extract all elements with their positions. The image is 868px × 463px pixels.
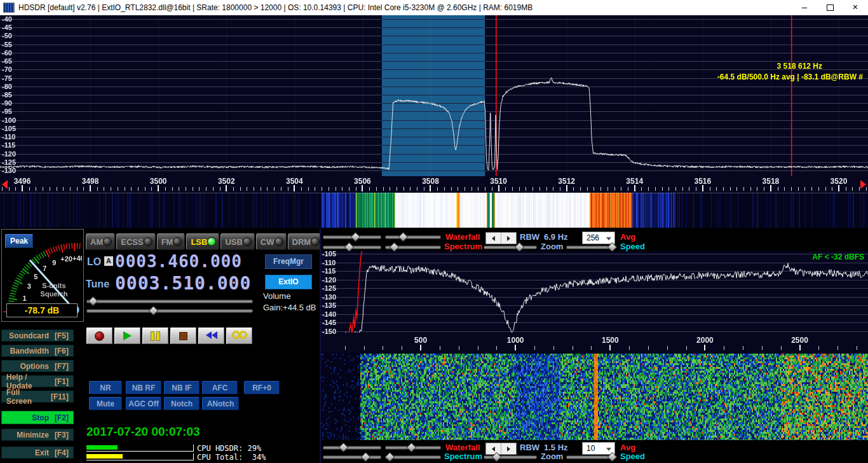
restore-icon xyxy=(827,4,834,11)
dsp-afc[interactable]: AFC xyxy=(202,381,238,394)
dsp-mute[interactable]: Mute xyxy=(89,397,122,410)
led-indicator xyxy=(207,237,216,246)
chevron-down-icon xyxy=(606,237,611,240)
speed-label-bottom: Speed xyxy=(620,452,645,461)
led-indicator xyxy=(173,237,182,246)
mode-drm[interactable]: DRM xyxy=(288,233,323,250)
rbw-decrease-button[interactable] xyxy=(486,233,501,244)
main-spectrum-canvas[interactable] xyxy=(0,15,868,176)
cpu-total-label: CPU Total: 34% xyxy=(197,453,266,462)
menu-exit[interactable]: Exit[F4] xyxy=(1,446,74,459)
mode-am[interactable]: AM xyxy=(86,233,115,250)
waterfall-label-top: Waterfall xyxy=(445,232,480,242)
cursor-frequency: 3 518 612 Hz xyxy=(717,61,863,72)
mode-ecss[interactable]: ECSS xyxy=(116,233,155,250)
transport-bar xyxy=(86,328,252,344)
menu-fullscreen[interactable]: Full Screen[F11] xyxy=(1,390,74,403)
zoom-slider-bottom[interactable] xyxy=(484,453,537,460)
tune-slider[interactable] xyxy=(86,297,253,305)
close-button[interactable]: × xyxy=(843,0,868,15)
title-bar: HDSDR [default] v2.76 | ExtIO_RTL2832.dl… xyxy=(0,0,868,16)
main-frequency-ruler[interactable] xyxy=(0,176,868,193)
af-spectrum-canvas[interactable] xyxy=(321,251,868,335)
rbw-label-top: RBW xyxy=(520,232,539,242)
af-waterfall-canvas[interactable] xyxy=(321,352,868,440)
freqmgr-button[interactable]: FreqMgr xyxy=(265,254,312,269)
dsp-rf0[interactable]: RF+0 xyxy=(244,381,280,394)
record-icon xyxy=(95,331,104,341)
speed-slider-top[interactable] xyxy=(566,243,616,251)
rbw-value-top: 6.9 Hz xyxy=(544,232,568,242)
rbw-increase-button[interactable] xyxy=(501,233,516,244)
mode-fm[interactable]: FM xyxy=(157,233,186,250)
speed-label-top: Speed xyxy=(620,242,645,251)
pause-button[interactable] xyxy=(142,328,168,344)
right-arrow-icon xyxy=(507,446,510,452)
af-frequency-ruler[interactable] xyxy=(321,335,868,352)
led-indicator xyxy=(144,237,153,246)
waterfall-brightness-slider-top[interactable] xyxy=(323,233,381,240)
cpu-hdsdr-bar xyxy=(86,445,194,452)
lo-mode-badge[interactable]: A xyxy=(104,256,113,266)
mode-cw[interactable]: CW xyxy=(256,233,287,250)
peak-button[interactable]: Peak xyxy=(5,234,33,248)
window-title: HDSDR [default] v2.76 | ExtIO_RTL2832.dl… xyxy=(18,3,532,12)
dsp-nb-if[interactable]: NB IF xyxy=(164,381,200,394)
dsp-agc[interactable]: AGC Off xyxy=(126,397,161,410)
zoom-slider-top[interactable] xyxy=(484,243,537,251)
stop-record-button[interactable] xyxy=(170,328,196,344)
spectrum-brightness-slider-bottom[interactable] xyxy=(323,453,381,460)
loop-button[interactable] xyxy=(226,328,252,344)
rewind-button[interactable] xyxy=(198,328,224,344)
dsp-nr[interactable]: NR xyxy=(89,381,122,394)
zoom-label-bottom: Zoom xyxy=(541,452,563,461)
waterfall-brightness-slider-bottom[interactable] xyxy=(323,443,381,451)
dsp-anotch[interactable]: ANotch xyxy=(202,397,239,410)
mode-usb[interactable]: USB xyxy=(220,233,254,250)
cursor-annotation: 3 518 612 Hz -64.5 dB/500.0 Hz avg | -83… xyxy=(717,61,863,83)
tune-frequency[interactable]: 0003.510.000 xyxy=(115,273,251,294)
smeter-value: -78.7 dB xyxy=(6,303,78,317)
extio-button[interactable]: ExtIO xyxy=(265,275,312,289)
chevron-down-icon xyxy=(606,448,611,451)
stop-icon xyxy=(179,332,187,340)
spectrum-brightness-slider-top[interactable] xyxy=(323,243,381,251)
cpu-total-bar xyxy=(86,453,194,460)
mode-lsb[interactable]: LSB xyxy=(186,233,219,250)
main-waterfall-canvas[interactable] xyxy=(0,193,868,228)
menu-stop[interactable]: Stop[F2] xyxy=(1,411,74,424)
zoom-label-top: Zoom xyxy=(541,242,563,251)
menu-help-update[interactable]: Help / Update[F1] xyxy=(1,375,74,387)
smeter-panel: Peak -78.7 dB xyxy=(1,229,84,322)
menu-soundcard[interactable]: Soundcard[F5] xyxy=(1,329,74,342)
minimize-button[interactable]: – xyxy=(792,0,817,15)
lo-frequency[interactable]: 0003.460.000 xyxy=(115,252,242,271)
cursor-level: -64.5 dB/500.0 Hz avg | -83.1 dB@RBW # xyxy=(717,72,863,83)
avg-label-bottom: Avg xyxy=(620,443,635,452)
volume-slider[interactable] xyxy=(86,307,253,314)
rbw-label-bottom: RBW xyxy=(520,443,539,452)
spectrum-label-bottom: Spectrum xyxy=(444,452,482,461)
dsp-notch[interactable]: Notch xyxy=(164,397,200,410)
dsp-nb-rf[interactable]: NB RF xyxy=(126,381,161,394)
loop-icon xyxy=(233,331,247,341)
spectrum-contrast-slider-bottom[interactable] xyxy=(385,453,441,460)
menu-bandwidth[interactable]: Bandwidth[F6] xyxy=(1,345,74,357)
menu-options[interactable]: Options[F7] xyxy=(1,360,74,372)
menu-minimize[interactable]: Minimize[F3] xyxy=(1,429,74,441)
af-level-indicator: AF < -32 dBFS xyxy=(750,252,864,261)
restore-button[interactable] xyxy=(817,0,843,15)
waterfall-contrast-slider-top[interactable] xyxy=(385,233,441,240)
waterfall-contrast-slider-bottom[interactable] xyxy=(385,443,441,451)
play-button[interactable] xyxy=(114,328,140,344)
cpu-hdsdr-label: CPU HDSDR: 29% xyxy=(197,444,261,453)
pause-icon xyxy=(151,331,160,341)
af-display-controls: Waterfall RBW 1.5 Hz 10 Avg Spectrum Zoo… xyxy=(321,440,868,463)
gain-label: Gain:+44.5 dB xyxy=(263,303,316,312)
left-arrow-icon xyxy=(492,236,495,241)
speed-slider-bottom[interactable] xyxy=(566,453,616,460)
record-button[interactable] xyxy=(86,328,112,344)
left-arrow-icon xyxy=(492,446,495,452)
spectrum-contrast-slider-top[interactable] xyxy=(385,243,441,251)
avg-select-top[interactable]: 256 xyxy=(582,232,615,244)
